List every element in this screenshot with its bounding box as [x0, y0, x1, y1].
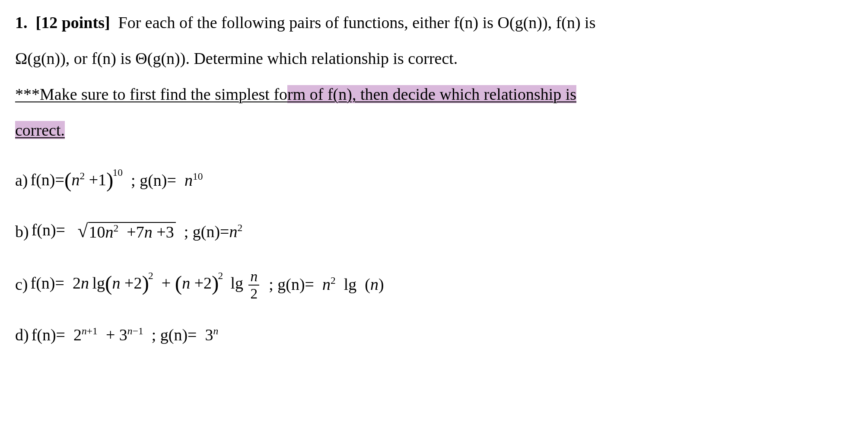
part-b-gn: g(n)=n2	[193, 220, 243, 244]
part-c: c) f(n)= 2n lg(n +2)2 + (n +2)2 lg n 2 ;…	[15, 268, 853, 301]
part-a: a) f(n)=(n2 +1)10 ; g(n)= n10	[15, 165, 853, 196]
note-highlight-2: correct.	[15, 121, 65, 139]
problem-statement: 1. [12 points] For each of the following…	[15, 11, 853, 142]
part-d-fn: f(n)= 2n+1 + 3n−1	[32, 323, 143, 347]
part-d-label: d)	[15, 323, 29, 347]
part-c-label: c)	[15, 273, 28, 296]
statement-part1: For each of the following pairs of funct…	[118, 13, 596, 32]
part-d-gn: g(n)= 3n	[160, 323, 219, 347]
statement-line-2: Ω(g(n)), or f(n) is Θ(g(n)). Determine w…	[15, 47, 853, 70]
part-d-sep: ;	[152, 323, 156, 347]
note-highlight-1: rm of f(n), then decide which relationsh…	[287, 85, 576, 103]
part-a-label: a)	[15, 168, 28, 192]
part-a-sep: ;	[131, 168, 136, 192]
sqrt-expression: √ 10n2 +7n +3	[78, 218, 176, 245]
statement-note: ***Make sure to first find the simplest …	[15, 83, 853, 106]
part-c-sep: ;	[269, 273, 273, 296]
problem-points: [12 points]	[36, 13, 110, 32]
part-b-fn: f(n)= √ 10n2 +7n +3	[32, 218, 176, 245]
part-a-fn: f(n)=(n2 +1)10	[31, 165, 123, 196]
statement-line-1: 1. [12 points] For each of the following…	[15, 11, 853, 35]
part-b-sep: ;	[184, 220, 189, 244]
fraction-n-over-2: n 2	[248, 269, 259, 301]
part-c-fn: f(n)= 2n lg(n +2)2 + (n +2)2 lg n 2	[31, 268, 261, 301]
statement-note-2: correct.	[15, 118, 853, 142]
part-b-label: b)	[15, 220, 29, 244]
part-b: b) f(n)= √ 10n2 +7n +3 ; g(n)=n2	[15, 218, 853, 245]
note-plain: ***Make sure to first find the simplest …	[15, 85, 287, 103]
part-c-gn: g(n)= n2 lg (n)	[277, 273, 384, 296]
part-d: d) f(n)= 2n+1 + 3n−1 ; g(n)= 3n	[15, 323, 853, 347]
problem-number: 1.	[15, 13, 28, 32]
part-a-gn: g(n)= n10	[140, 168, 203, 192]
